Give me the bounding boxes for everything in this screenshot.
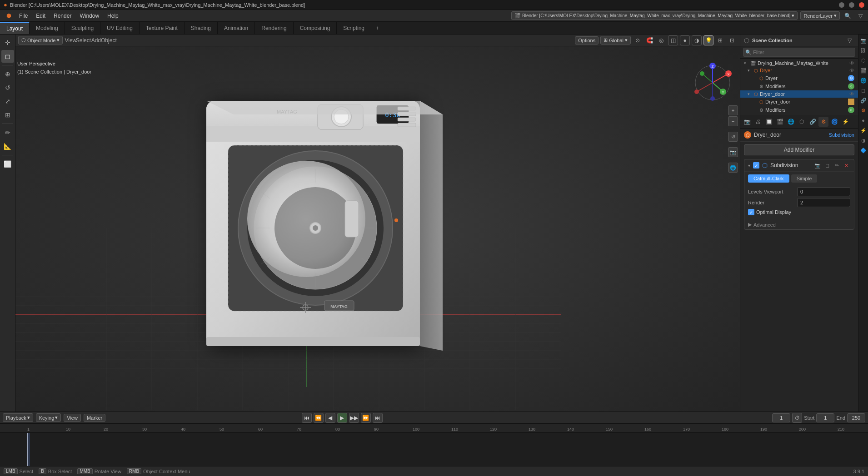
rotate-tool[interactable]: ↺ (1, 81, 14, 94)
prev-keyframe-btn[interactable]: ⏪ (314, 413, 324, 423)
simple-tab[interactable]: Simple (791, 174, 818, 183)
rendered-btn[interactable]: 💡 (703, 35, 713, 45)
scene-area[interactable]: MAYTAG 0:30 (15, 46, 740, 412)
annotate-tool[interactable]: ✏ (1, 126, 14, 139)
select-tool[interactable]: ◻ (1, 50, 14, 63)
dryer-door-vis[interactable]: 👁 (849, 91, 854, 97)
render-layer-selector[interactable]: RenderLayer ▾ (800, 11, 840, 20)
mod-expand-icon[interactable]: ▾ (748, 163, 750, 168)
pib-world[interactable]: 🌐 (859, 76, 868, 85)
wireframe-btn[interactable]: ◫ (668, 35, 678, 45)
measure-tool[interactable]: 📐 (1, 140, 14, 153)
prop-object-icon[interactable]: ⬡ (797, 117, 807, 127)
optimal-display-checkbox[interactable]: ✓ (748, 209, 754, 215)
prop-output-icon[interactable]: 🖨 (753, 117, 763, 127)
outliner-item-dryer-modifiers[interactable]: ▶ ⚙ Modifiers ○ (740, 82, 858, 90)
prop-modifier-icon[interactable]: ⚙ (818, 117, 828, 127)
jump-end-btn[interactable]: ⏭ (373, 413, 383, 423)
keying-menu[interactable]: Keying ▾ (36, 413, 61, 422)
add-workspace-button[interactable]: + (371, 22, 384, 34)
menu-render[interactable]: Render (50, 11, 75, 20)
camera-btn[interactable]: 📷 (728, 147, 738, 157)
marker-menu[interactable]: Marker (84, 414, 105, 422)
pib-output[interactable]: 🖼 (859, 46, 868, 55)
levels-viewport-input[interactable]: 0 (797, 187, 850, 196)
material-preview-btn[interactable]: ◑ (692, 35, 702, 45)
menu-help[interactable]: Help (104, 11, 122, 20)
add-menu-btn[interactable]: Add (91, 35, 101, 45)
end-frame-input[interactable]: 250 (847, 413, 865, 422)
timeline-scrubber[interactable] (0, 433, 868, 466)
move-tool[interactable]: ⊕ (1, 68, 14, 80)
transform-dropdown[interactable]: ⊞ Global ▾ (600, 36, 631, 45)
search-button[interactable]: 🔍 (843, 11, 853, 21)
outliner-item-dryer-mesh[interactable]: ▶ ⬡ Dryer ⚙ (740, 74, 858, 82)
pib-physics[interactable]: ⚡ (859, 126, 868, 135)
filter-button[interactable]: ▽ (855, 11, 865, 21)
tab-scripting[interactable]: Scripting (337, 22, 371, 34)
zoom-out-btn[interactable]: − (728, 116, 738, 126)
tab-uv-editing[interactable]: UV Editing (100, 22, 140, 34)
zoom-in-btn[interactable]: + (728, 105, 738, 115)
object-mode-dropdown[interactable]: ⬡ Object Mode ▾ (18, 36, 63, 45)
next-keyframe-btn[interactable]: ⏩ (361, 413, 371, 423)
solid-btn[interactable]: ● (680, 35, 690, 45)
object-menu-btn[interactable]: Object (104, 35, 114, 45)
tab-animation[interactable]: Animation (218, 22, 255, 34)
prop-physics-icon[interactable]: ⚡ (840, 117, 850, 127)
outliner-item-dryer-door-mesh[interactable]: ▶ ⬡ Dryer_door (740, 98, 858, 106)
prop-world-icon[interactable]: 🌐 (786, 117, 796, 127)
outliner-item-dryer-collection[interactable]: ▾ ⬡ Dryer 👁 (740, 67, 858, 74)
tab-rendering[interactable]: Rendering (255, 22, 293, 34)
prop-scene-icon[interactable]: 🎬 (775, 117, 785, 127)
playback-menu[interactable]: Playback ▾ (3, 413, 33, 422)
add-cube-tool[interactable]: ⬜ (1, 158, 14, 170)
tab-shading[interactable]: Shading (185, 22, 218, 34)
menu-blender[interactable]: ⬢ (3, 11, 15, 20)
outliner-item-dryer-door-modifiers[interactable]: ▶ ⚙ Modifiers ○ (740, 106, 858, 114)
scale-tool[interactable]: ⤢ (1, 95, 14, 108)
select-menu-btn[interactable]: Select (78, 35, 88, 45)
pib-material[interactable]: ◑ (859, 136, 868, 145)
xray-btn[interactable]: ⊡ (727, 35, 737, 45)
cursor-tool[interactable]: ✛ (1, 36, 14, 49)
orbit-btn[interactable]: ↺ (728, 132, 738, 142)
tab-sculpting[interactable]: Sculpting (65, 22, 100, 34)
mod-close-btn[interactable]: ✕ (842, 161, 850, 169)
tab-modeling[interactable]: Modeling (30, 22, 65, 34)
outliner-item-root[interactable]: ▾ 🎬 Drying_Machine_Maytag_White 👁 (740, 60, 858, 67)
levels-render-input[interactable]: 2 (797, 198, 850, 207)
prev-frame-btn[interactable]: ◀ (325, 413, 335, 423)
tab-texture-paint[interactable]: Texture Paint (140, 22, 185, 34)
transform-tool[interactable]: ⊞ (1, 109, 14, 121)
snap-btn[interactable]: 🧲 (644, 35, 654, 45)
outliner-item-dryer-door[interactable]: ▾ ⬡ Dryer_door 👁 (740, 90, 858, 98)
close-button[interactable] (859, 2, 864, 8)
mod-enabled-checkbox[interactable]: ✓ (753, 162, 759, 169)
overlay-btn[interactable]: ⊞ (715, 35, 725, 45)
jump-start-btn[interactable]: ⏮ (302, 413, 312, 423)
view-menu-btn[interactable]: View (65, 35, 75, 45)
world-btn[interactable]: 🌐 (728, 163, 738, 173)
outliner-search-input[interactable] (743, 48, 855, 57)
view-menu[interactable]: View (64, 414, 81, 422)
proportional-btn[interactable]: ◎ (656, 35, 666, 45)
dryer-coll-vis[interactable]: 👁 (849, 68, 854, 73)
pib-data[interactable]: 🔷 (859, 146, 868, 155)
mod-edit-btn[interactable]: ✏ (833, 161, 841, 169)
menu-window[interactable]: Window (76, 11, 103, 20)
scene-selector[interactable]: 🎬 Blender [C:\Users\MOLEX\Desktop\Drying… (511, 11, 798, 20)
advanced-section[interactable]: ▶ Advanced (744, 220, 854, 229)
pib-modifier[interactable]: ⚙ (859, 106, 868, 115)
pivot-btn[interactable]: ⊙ (633, 35, 643, 45)
menu-file[interactable]: File (15, 11, 31, 20)
prop-render-icon[interactable]: 📷 (742, 117, 752, 127)
minimize-button[interactable] (839, 2, 844, 8)
current-frame-input[interactable]: 1 (772, 413, 790, 422)
tab-compositing[interactable]: Compositing (294, 22, 337, 34)
prop-view-layer-icon[interactable]: 🔲 (764, 117, 774, 127)
next-frame-btn[interactable]: ▶▶ (349, 413, 359, 423)
pib-constraint[interactable]: 🔗 (859, 96, 868, 105)
menu-edit[interactable]: Edit (32, 11, 49, 20)
pib-camera[interactable]: 📷 (859, 36, 868, 45)
